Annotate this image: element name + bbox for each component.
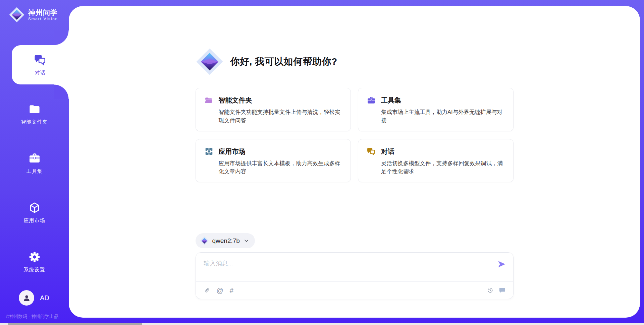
- diamond-logo-icon: [9, 7, 25, 23]
- brand: 神州问学 Smart Vision: [0, 0, 69, 23]
- card-title: 应用市场: [219, 147, 246, 156]
- diamond-logo-icon: [196, 48, 224, 76]
- card-title: 对话: [381, 147, 394, 156]
- card-description: 集成市场上主流工具，助力AI与外界无缝扩展与对接: [381, 108, 504, 125]
- card-app-market[interactable]: 应用市场 应用市场提供丰富长文本模板，助力高效生成多样化文章内容: [196, 139, 351, 183]
- sidebar: 神州问学 Smart Vision 对话 智能文件夹 工具集 应用市场 系统设置: [0, 0, 69, 325]
- sidebar-item-label: 系统设置: [24, 267, 45, 273]
- feature-cards: 智能文件夹 智能文件夹功能支持批量文件上传与清洗，轻松实现文件问答 工具集 集成…: [196, 88, 514, 182]
- sidebar-nav: 对话 智能文件夹 工具集 应用市场 系统设置: [0, 45, 69, 291]
- brand-subtitle: Smart Vision: [28, 17, 58, 21]
- card-smart-folder[interactable]: 智能文件夹 智能文件夹功能支持批量文件上传与清洗，轻松实现文件问答: [196, 88, 351, 131]
- toolbox-icon: [29, 152, 41, 165]
- sidebar-item-label: 智能文件夹: [21, 119, 48, 125]
- chevron-down-icon: [243, 238, 250, 244]
- folder-open-icon: [205, 96, 213, 105]
- brand-name: 神州问学: [28, 9, 58, 17]
- cube-icon: [29, 202, 41, 214]
- copyright-footer: ©神州数码 · 神州问学出品: [6, 314, 58, 320]
- card-description: 智能文件夹功能支持批量文件上传与清洗，轻松实现文件问答: [219, 108, 342, 125]
- brand-text: 神州问学 Smart Vision: [28, 9, 58, 21]
- sidebar-item-app-market[interactable]: 应用市场: [0, 193, 69, 232]
- composer-tools-left: @ #: [203, 287, 233, 294]
- at-sign-icon[interactable]: @: [217, 287, 223, 294]
- toolbox-icon: [367, 96, 376, 105]
- grid-icon: [205, 147, 213, 156]
- card-header: 对话: [367, 147, 504, 156]
- composer-tools-right: [487, 287, 506, 294]
- diamond-logo-icon: [200, 236, 209, 245]
- card-header: 工具集: [367, 96, 504, 105]
- sidebar-item-label: 工具集: [26, 168, 43, 175]
- composer-toolbar: @ #: [196, 282, 513, 299]
- chat-icon: [34, 54, 46, 66]
- main-panel: 你好, 我可以如何帮助你? 智能文件夹 智能文件夹功能支持批量文件上传与清洗，轻…: [69, 6, 640, 318]
- sidebar-item-toolset[interactable]: 工具集: [0, 144, 69, 183]
- user-name: AD: [40, 294, 49, 302]
- sidebar-item-smart-folder[interactable]: 智能文件夹: [0, 94, 69, 134]
- person-icon: [22, 294, 31, 303]
- gear-icon: [29, 251, 41, 263]
- chat-icon: [367, 147, 376, 156]
- card-header: 应用市场: [205, 147, 342, 156]
- sidebar-item-label: 应用市场: [24, 217, 45, 224]
- paperclip-icon[interactable]: [203, 287, 210, 294]
- card-header: 智能文件夹: [205, 96, 342, 105]
- card-title: 工具集: [381, 96, 401, 105]
- model-name: qwen2:7b: [212, 237, 240, 245]
- model-selector[interactable]: qwen2:7b: [196, 233, 255, 248]
- sidebar-item-label: 对话: [35, 70, 46, 76]
- greeting: 你好, 我可以如何帮助你?: [196, 48, 514, 76]
- sidebar-item-chat[interactable]: 对话: [12, 45, 69, 84]
- card-toolset[interactable]: 工具集 集成市场上主流工具，助力AI与外界无缝扩展与对接: [358, 88, 514, 131]
- card-description: 应用市场提供丰富长文本模板，助力高效生成多样化文章内容: [219, 159, 342, 176]
- message-composer: @ #: [196, 252, 514, 299]
- card-title: 智能文件夹: [219, 96, 252, 105]
- avatar: [19, 290, 34, 306]
- content-column: 你好, 我可以如何帮助你? 智能文件夹 智能文件夹功能支持批量文件上传与清洗，轻…: [196, 6, 514, 299]
- sidebar-item-settings[interactable]: 系统设置: [0, 242, 69, 281]
- card-description: 灵活切换多模型文件，支持多样回复效果调试，满足个性化需求: [381, 159, 504, 176]
- folder-icon: [29, 103, 41, 115]
- card-chat[interactable]: 对话 灵活切换多模型文件，支持多样回复效果调试，满足个性化需求: [358, 139, 514, 183]
- user-profile[interactable]: AD: [19, 290, 49, 306]
- scrollbar-thumb[interactable]: [8, 323, 142, 325]
- hash-icon[interactable]: #: [230, 287, 233, 294]
- message-icon[interactable]: [499, 287, 506, 294]
- horizontal-scrollbar[interactable]: [0, 323, 644, 325]
- history-icon[interactable]: [487, 287, 494, 294]
- send-icon[interactable]: [497, 260, 506, 269]
- greeting-title: 你好, 我可以如何帮助你?: [230, 55, 337, 68]
